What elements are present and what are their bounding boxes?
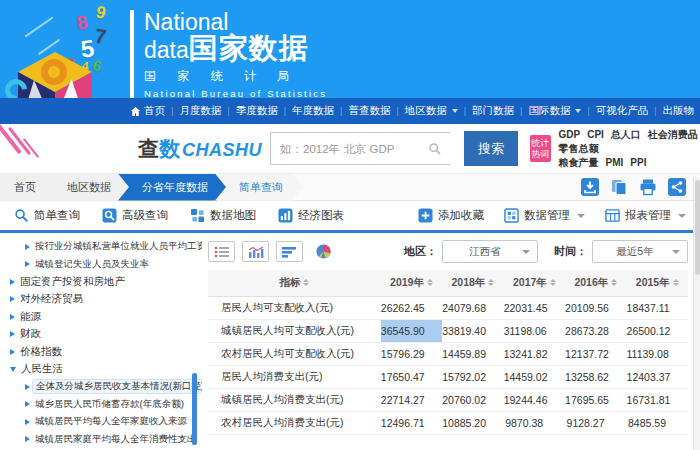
view-toggle-hbars-view[interactable] — [276, 241, 303, 262]
sort-icon[interactable] — [488, 279, 494, 286]
value-cell[interactable]: 11139.08 — [627, 342, 688, 365]
search-input[interactable] — [270, 132, 450, 165]
column-header-5[interactable]: 2016年 — [565, 270, 626, 296]
chevron-down-icon — [452, 109, 458, 113]
sidebar-item-2[interactable]: 城镇登记失业人员及失业率 — [0, 256, 202, 274]
view-toggle-list-view[interactable] — [208, 241, 235, 262]
sort-icon[interactable] — [427, 279, 433, 286]
sidebar-item-1[interactable]: 按行业分城镇私营单位就业人员平均工资 — [0, 238, 202, 256]
time-select[interactable]: 最近5年 — [592, 240, 688, 263]
value-cell[interactable]: 22714.27 — [381, 388, 442, 411]
toolbar-left-1[interactable]: 简单查询 — [14, 208, 80, 223]
toolbar-right-1[interactable]: 添加收藏 — [418, 208, 484, 223]
view-toggle-piechart-view[interactable] — [310, 241, 337, 262]
page-scrollbar[interactable] — [693, 178, 700, 450]
value-cell[interactable]: 13258.62 — [565, 365, 626, 388]
sort-icon[interactable] — [673, 279, 679, 286]
region-label: 地区： — [404, 244, 437, 259]
nav-separator: | — [464, 106, 466, 116]
value-cell[interactable]: 26500.12 — [627, 319, 688, 342]
nav-item-5[interactable]: 普查数据 — [346, 104, 392, 118]
value-cell[interactable]: 24079.68 — [442, 296, 503, 319]
nav-item-1[interactable]: 首页 — [128, 104, 167, 118]
value-cell[interactable]: 12496.71 — [381, 411, 442, 434]
toolbar-left-4[interactable]: 经济图表 — [278, 208, 344, 223]
nav-item-8[interactable]: 国际数据 — [526, 104, 583, 118]
sidebar-item-9[interactable]: 全体及分城乡居民收支基本情况(新口径) — [0, 378, 202, 396]
view-toggle-barchart-view[interactable] — [242, 241, 269, 262]
value-cell[interactable]: 12137.72 — [565, 342, 626, 365]
nav-item-label: 季度数据 — [236, 104, 278, 118]
value-cell[interactable]: 8485.59 — [627, 411, 688, 434]
search-button[interactable]: 搜索 — [464, 131, 518, 166]
value-cell[interactable]: 20760.02 — [442, 388, 503, 411]
sidebar-item-7[interactable]: 价格指数 — [0, 343, 202, 361]
value-cell[interactable]: 19244.46 — [504, 388, 565, 411]
selected-value-cell[interactable]: 36545.90 — [381, 319, 442, 342]
sidebar-item-11[interactable]: 城镇居民平均每人全年家庭收入来源 — [0, 413, 202, 431]
download-icon[interactable] — [581, 178, 599, 196]
hot-word[interactable]: 粮食产量 — [559, 157, 599, 168]
nav-item-3[interactable]: 季度数据 — [234, 104, 280, 118]
copy-icon[interactable] — [610, 178, 628, 196]
toolbar-left-3[interactable]: 数据地图 — [190, 208, 256, 223]
value-cell[interactable]: 20109.56 — [565, 296, 626, 319]
hot-word[interactable]: 总人口 — [611, 129, 641, 140]
breadcrumb-tab-3[interactable]: 分省年度数据 — [118, 174, 228, 201]
chart-icon — [278, 208, 293, 223]
breadcrumb-tab-4[interactable]: 简单查询 — [215, 174, 303, 201]
value-cell[interactable]: 14459.89 — [442, 342, 503, 365]
value-cell[interactable]: 15792.02 — [442, 365, 503, 388]
nav-item-7[interactable]: 部门数据 — [470, 104, 516, 118]
share-icon[interactable] — [668, 178, 686, 196]
region-select[interactable]: 江西省 — [442, 240, 538, 263]
sidebar-item-4[interactable]: 对外经济贸易 — [0, 291, 202, 309]
print-icon[interactable] — [639, 178, 657, 196]
hot-word[interactable]: CPI — [587, 129, 604, 140]
sidebar-item-10[interactable]: 城乡居民人民币储蓄存款(年底余额) — [0, 396, 202, 414]
sidebar-item-6[interactable]: 财政 — [0, 326, 202, 344]
value-cell[interactable]: 18437.11 — [627, 296, 688, 319]
sort-icon[interactable] — [303, 279, 309, 286]
value-cell[interactable]: 9128.27 — [565, 411, 626, 434]
sidebar-item-8[interactable]: 人民生活 — [0, 361, 202, 379]
sidebar-item-3[interactable]: 固定资产投资和房地产 — [0, 273, 202, 291]
value-cell[interactable]: 10885.20 — [442, 411, 503, 434]
nav-item-10[interactable]: 出版物 — [661, 104, 697, 118]
value-cell[interactable]: 16731.81 — [627, 388, 688, 411]
nav-item-9[interactable]: 可视化产品 — [594, 104, 651, 118]
nav-item-2[interactable]: 月度数据 — [177, 104, 223, 118]
toolbar-left-2[interactable]: 高级查询 — [102, 208, 168, 223]
value-cell[interactable]: 14459.02 — [504, 365, 565, 388]
column-header-6[interactable]: 2015年 — [627, 270, 688, 296]
column-header-4[interactable]: 2017年 — [504, 270, 565, 296]
value-cell[interactable]: 15796.29 — [381, 342, 442, 365]
sidebar-scrollbar[interactable] — [192, 373, 197, 445]
value-cell[interactable]: 33819.40 — [442, 319, 503, 342]
nav-item-6[interactable]: 地区数据 — [403, 104, 460, 118]
column-header-1[interactable]: 指标 — [208, 270, 381, 296]
column-header-2[interactable]: 2019年 — [381, 270, 442, 296]
sort-icon[interactable] — [611, 279, 617, 286]
hot-word[interactable]: GDP — [559, 129, 581, 140]
value-cell[interactable]: 13241.82 — [504, 342, 565, 365]
value-cell[interactable]: 17650.47 — [381, 365, 442, 388]
value-cell[interactable]: 28673.28 — [565, 319, 626, 342]
value-cell[interactable]: 17695.65 — [565, 388, 626, 411]
value-cell[interactable]: 9870.38 — [504, 411, 565, 434]
sort-icon[interactable] — [550, 279, 556, 286]
value-cell[interactable]: 22031.45 — [504, 296, 565, 319]
nav-item-label: 可视化产品 — [596, 104, 649, 118]
hot-word[interactable]: PMI — [606, 157, 624, 168]
toolbar-right-3[interactable]: 报表管理 — [605, 208, 686, 223]
column-header-3[interactable]: 2018年 — [442, 270, 503, 296]
hot-word[interactable]: PPI — [630, 157, 646, 168]
value-cell[interactable]: 12403.37 — [627, 365, 688, 388]
breadcrumb-tab-2[interactable]: 地区数据 — [43, 174, 131, 201]
sidebar-item-12[interactable]: 城镇居民家庭平均每人全年消费性支出 — [0, 431, 202, 449]
value-cell[interactable]: 26262.45 — [381, 296, 442, 319]
toolbar-right-2[interactable]: 数据管理 — [504, 208, 585, 223]
value-cell[interactable]: 31198.06 — [504, 319, 565, 342]
nav-item-4[interactable]: 年度数据 — [290, 104, 336, 118]
sidebar-item-5[interactable]: 能源 — [0, 308, 202, 326]
